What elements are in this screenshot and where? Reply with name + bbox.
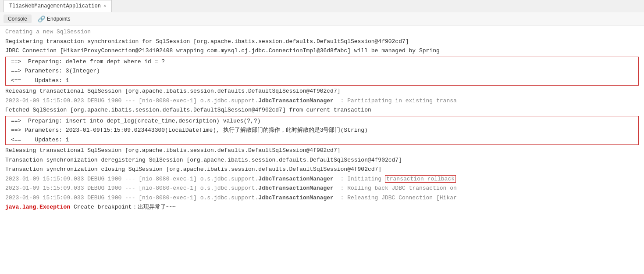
log-line: 2023-01-09 15:15:09.023 DEBUG 1900 --- […	[0, 96, 644, 106]
log-line: Releasing transactional SqlSession [org.…	[0, 146, 644, 155]
log-line: Releasing transactional SqlSession [org.…	[0, 87, 644, 96]
sql-box-1: ==> Preparing: delete from dept where id…	[5, 57, 639, 86]
console-button[interactable]: Console	[4, 14, 32, 23]
log-line: Registering transaction synchronization …	[0, 37, 644, 47]
log-line: 2023-01-09 15:15:09.033 DEBUG 1900 --- […	[0, 193, 644, 203]
log-line: Transaction synchronization deregisterin…	[0, 155, 644, 165]
log-line-rollback: 2023-01-09 15:15:09.033 DEBUG 1900 --- […	[0, 174, 644, 184]
tab-label: TliasWebManagementApplication	[9, 3, 101, 9]
sql-preparing-2: ==> Preparing: insert into dept_log(crea…	[6, 116, 638, 126]
endpoints-icon: 🔗	[38, 15, 45, 22]
log-line: Creating a new SqlSession	[0, 27, 644, 37]
tab-close-icon[interactable]: ×	[103, 4, 107, 9]
sql-parameters-1: ==> Parameters: 3(Integer)	[6, 66, 638, 76]
log-line: Transaction synchronization closing SqlS…	[0, 165, 644, 174]
log-line: Fetched SqlSession [org.apache.ibatis.se…	[0, 105, 644, 115]
log-line: 2023-01-09 15:15:09.033 DEBUG 1900 --- […	[0, 184, 644, 193]
sql-preparing-1: ==> Preparing: delete from dept where id…	[6, 57, 638, 67]
sql-box-2: ==> Preparing: insert into dept_log(crea…	[5, 116, 639, 145]
console-label: Console	[8, 16, 27, 22]
exception-line: java.lang.Exception Create breakpoint：出现…	[0, 202, 644, 212]
toolbar: Console 🔗 Endpoints	[0, 12, 644, 25]
log-line: JDBC Connection [HikariProxyConnection@2…	[0, 46, 644, 56]
endpoints-label: Endpoints	[47, 16, 70, 22]
sql-updates-1: <== Updates: 1	[6, 76, 638, 86]
app-tab[interactable]: TliasWebManagementApplication ×	[4, 0, 112, 12]
endpoints-button[interactable]: 🔗 Endpoints	[33, 14, 75, 24]
sql-updates-2: <== Updates: 1	[6, 135, 638, 145]
title-bar: TliasWebManagementApplication ×	[0, 0, 644, 12]
console-output: Creating a new SqlSession Registering tr…	[0, 25, 644, 274]
rollback-highlight: transaction rollback	[385, 175, 456, 183]
sql-parameters-2: ==> Parameters: 2023-01-09T15:15:09.0234…	[6, 126, 638, 135]
